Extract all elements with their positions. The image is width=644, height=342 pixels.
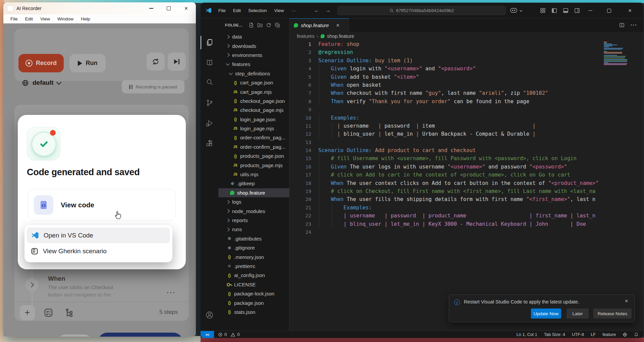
code-line-15[interactable]: 15 # fill Username with <username>, fill… (289, 154, 643, 162)
collapse-all-icon[interactable] (275, 22, 280, 28)
skip-to-end-button[interactable] (168, 53, 186, 71)
code-line-1[interactable]: 1Feature: shop (289, 40, 643, 48)
tree-item-products_page.json[interactable]: {}products_page.json (218, 151, 289, 160)
tree-item-login_page.json[interactable]: {}login_page.json (218, 115, 289, 124)
tree-item-step_definitions[interactable]: step_definitions (218, 69, 289, 78)
tree-item-cart_page.json[interactable]: {}cart_page.json (218, 78, 289, 87)
tab-close-icon[interactable]: × (336, 22, 339, 28)
code-line-19[interactable]: 19 # click on Checkout, fill First name … (289, 187, 643, 195)
nav-back-button[interactable]: ← (314, 7, 319, 13)
breadcrumb-folder[interactable]: features (297, 33, 314, 39)
tree-item-.gitattributes[interactable]: .gitattributes (218, 234, 289, 243)
code-line-20[interactable]: 20 When The user fills the shipping deta… (289, 195, 643, 203)
code-line-13[interactable]: 13 (289, 138, 643, 146)
tree-item-login_page.mjs[interactable]: JSlogin_page.mjs (218, 124, 289, 133)
recorder-menu-file[interactable]: File (7, 15, 21, 22)
vscode-menu-edit[interactable]: Edit (229, 7, 245, 14)
tree-item-products_page.mjs[interactable]: JSproducts_page.mjs (218, 160, 289, 169)
status-item-feature[interactable]: feature (602, 332, 616, 337)
code-line-12[interactable]: 12 | blinq_user | let_me_in | Urban Back… (289, 130, 643, 138)
tree-item-utils.mjs[interactable]: JSutils.mjs (218, 170, 289, 179)
nav-forward-button[interactable]: → (325, 7, 331, 13)
code-line-5[interactable]: 5 Given add to basket "<item>" (289, 73, 643, 81)
split-editor-icon[interactable] (619, 22, 625, 28)
tree-item-ai_config.json[interactable]: {}ai_config.json (218, 271, 289, 280)
notification-close-icon[interactable]: × (625, 298, 628, 304)
recorder-minimize-button[interactable] (148, 5, 155, 12)
tree-item-stats.json[interactable]: {}stats.json (218, 307, 289, 317)
tree-item-checkout_page.json[interactable]: {}checkout_page.json (218, 96, 289, 106)
tree-item-reports[interactable]: reports (218, 216, 289, 225)
tree-item-.prettierrc[interactable]: ≡.prettierrc (218, 262, 289, 271)
profile-dropdown[interactable]: default (22, 79, 61, 86)
code-line-16[interactable]: 16 Given The user logs in with username … (289, 163, 643, 171)
generate-code-save-button[interactable]: Generate code & Save→ (98, 333, 183, 337)
explorer-icon[interactable] (201, 36, 218, 49)
tree-item-package-lock.json[interactable]: {}package-lock.json (218, 289, 289, 298)
code-line-2[interactable]: 2@regression (289, 48, 643, 56)
recorder-menu-window[interactable]: Window (54, 15, 76, 22)
breadcrumb-file[interactable]: shop.feature (327, 33, 354, 39)
tree-item-.memory.json[interactable]: {}.memory.json (218, 252, 289, 261)
search-icon[interactable] (201, 75, 218, 89)
tree-item-order-confirm_pag...[interactable]: {}order-confirm_pag... (218, 133, 289, 142)
code-line-17[interactable]: 17 # click on Add to cart in the context… (289, 171, 643, 179)
code-line-11[interactable]: 11 | username | password | item | (289, 122, 643, 130)
tree-item-shop.feature[interactable]: shop.feature (218, 188, 289, 197)
customize-layout-icon[interactable] (540, 8, 546, 13)
editor-more-actions-icon[interactable]: ··· (631, 22, 637, 28)
new-file-icon[interactable] (249, 22, 254, 28)
tree-item-cart_page.mjs[interactable]: JScart_page.mjs (218, 87, 289, 96)
vscode-minimize-button[interactable] (583, 3, 598, 18)
tree-item-downloads[interactable]: downloads (218, 41, 289, 50)
tree-item-logs[interactable]: logs (218, 197, 289, 206)
menu-item-open-in-vscode[interactable]: Open in VS Code (27, 227, 170, 243)
code-line-18[interactable]: 18 When The user context clicks on Add t… (289, 179, 643, 187)
tree-item-.gitignore[interactable]: .gitignore (218, 243, 289, 252)
status-item-ln-1-col-1[interactable]: Ln 1, Col 1 (517, 332, 537, 337)
tree-item-data[interactable]: data (218, 32, 289, 41)
recorder-menu-edit[interactable]: Edit (22, 15, 36, 22)
tree-item-package.json[interactable]: {}package.json (218, 298, 289, 307)
run-debug-icon[interactable] (201, 117, 218, 130)
vscode-menu-more[interactable]: ··· (288, 7, 300, 14)
step-expand-button[interactable] (25, 278, 39, 291)
vscode-menu-view[interactable]: View (271, 7, 288, 14)
tree-item-order-confirm_pag...[interactable]: JSorder-confirm_pag... (218, 142, 289, 151)
tree-item-checkout_page.mjs[interactable]: JScheckout_page.mjs (218, 106, 289, 115)
language-globe-icon[interactable] (623, 332, 627, 337)
tree-item-.gitkeep[interactable]: .gitkeep (218, 179, 289, 188)
checklist-view-button[interactable] (41, 305, 56, 320)
remote-indicator[interactable]: >< (201, 331, 214, 338)
code-line-23[interactable]: 23 | blinq_user | let_me_in | KeyX 3000 … (289, 220, 643, 228)
refresh-button[interactable] (147, 53, 165, 71)
recorder-menu-help[interactable]: Help (78, 15, 93, 22)
vscode-menu-file[interactable]: File (215, 7, 229, 14)
update-now-button[interactable]: Update Now (531, 309, 561, 319)
docs-icon[interactable] (201, 56, 218, 70)
bell-icon[interactable] (634, 332, 639, 337)
code-line-9[interactable]: 9 (289, 106, 643, 114)
toggle-secondary-sidebar-icon[interactable] (574, 8, 580, 13)
code-editor[interactable]: 1Feature: shop2@regression3Scenario Outl… (289, 40, 643, 236)
code-line-8[interactable]: 8 Then verify "Thank you for your order"… (289, 97, 643, 106)
account-icon[interactable] (201, 308, 218, 322)
status-item-tab-size-4[interactable]: Tab Size: 4 (544, 332, 565, 337)
vscode-titlebar[interactable]: FileEditSelectionView··· ← → 67ff527048b… (201, 3, 643, 18)
code-line-24[interactable]: 24 (289, 228, 643, 236)
code-line-22[interactable]: 22 | username | password | product_name … (289, 212, 643, 220)
recorder-maximize-button[interactable] (165, 5, 172, 12)
tree-item-node_modules[interactable]: node_modules (218, 206, 289, 215)
copilot-icon[interactable] (510, 8, 518, 13)
recorder-titlebar[interactable]: AI Recorder × (3, 2, 196, 14)
vscode-close-button[interactable]: × (621, 3, 639, 18)
recorder-menu-view[interactable]: View (37, 15, 53, 22)
vscode-maximize-button[interactable] (601, 3, 617, 18)
chevron-down-icon[interactable] (520, 10, 523, 12)
record-button[interactable]: Record (18, 54, 64, 72)
new-folder-icon[interactable] (257, 22, 263, 28)
explorer-section-header[interactable]: FOLDE... (218, 18, 289, 32)
tab-shop-feature[interactable]: shop.feature × (289, 18, 349, 32)
code-line-3[interactable]: 3Scenario Outline: buy item (1) (289, 57, 643, 65)
breadcrumb[interactable]: features › shop.feature (289, 32, 643, 40)
